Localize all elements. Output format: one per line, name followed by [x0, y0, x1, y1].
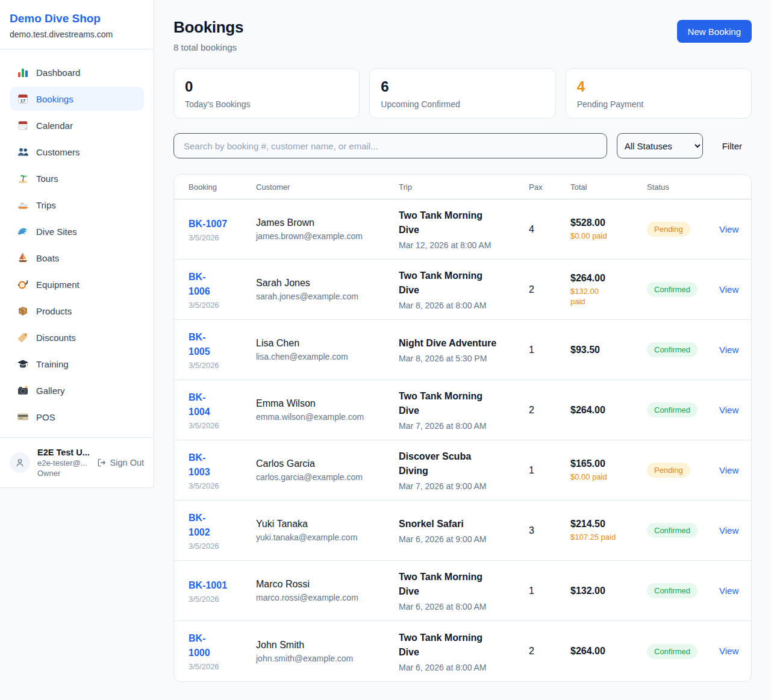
booking-ref-link[interactable]: BK-1000 [189, 631, 210, 660]
booking-ref-link[interactable]: BK-1003 [189, 451, 210, 480]
avatar [10, 452, 30, 473]
view-cell: View [705, 336, 751, 364]
view-link[interactable]: View [719, 525, 738, 536]
total-amount: $528.00 [570, 217, 632, 228]
view-cell: View [705, 457, 751, 484]
customer-email: james.brown@example.com [256, 231, 384, 241]
total-amount: $132.00 [570, 586, 632, 596]
trip-datetime: Mar 8, 2026 at 5:30 PM [399, 354, 514, 363]
trip-name: Discover ScubaDiving [399, 449, 514, 478]
sidebar-item-dive-sites[interactable]: Dive Sites [10, 219, 144, 243]
view-link[interactable]: View [719, 405, 738, 415]
island-icon [17, 172, 29, 184]
speedboat-icon [17, 199, 29, 211]
table-row: BK-1006 3/5/2026 Sarah Jones sarah.jones… [174, 260, 751, 320]
booking-cell: BK-1000 3/5/2026 [174, 623, 242, 680]
trip-datetime: Mar 6, 2026 at 8:00 AM [399, 602, 514, 611]
trip-cell: Two Tank MorningDive Mar 6, 2026 at 8:00… [384, 561, 514, 620]
sidebar-item-gallery[interactable]: Gallery [10, 378, 144, 402]
person-icon [14, 457, 25, 468]
status-cell: Pending [632, 454, 705, 486]
booking-ref-link[interactable]: BK-1004 [189, 390, 210, 419]
trip-name: Two Tank MorningDive [399, 631, 514, 660]
sidebar-item-tours[interactable]: Tours [10, 166, 144, 190]
customer-email: sarah.jones@example.com [256, 292, 384, 301]
stat-value: 6 [381, 79, 544, 95]
sidebar-item-label: Customers [36, 147, 80, 157]
booking-cell: BK-1005 3/5/2026 [174, 322, 242, 378]
pax-count: 2 [514, 396, 556, 424]
trip-name: Two Tank MorningDive [399, 570, 514, 599]
sidebar-item-boats[interactable]: Boats [10, 246, 144, 270]
total-amount: $93.50 [570, 345, 632, 355]
sidebar-item-products[interactable]: Products [10, 299, 144, 323]
sidebar-item-training[interactable]: Training [10, 352, 144, 376]
sidebar-item-label: Training [36, 359, 69, 369]
calendar-date-icon: 17 [17, 93, 29, 105]
pax-count: 1 [514, 336, 556, 364]
view-link[interactable]: View [719, 345, 738, 355]
view-cell: View [705, 637, 751, 665]
booking-cell: BK-1006 3/5/2026 [174, 261, 242, 318]
status-cell: Confirmed [632, 334, 705, 366]
sidebar-item-equipment[interactable]: Equipment [10, 272, 144, 296]
sidebar-item-dashboard[interactable]: Dashboard [10, 60, 144, 84]
sidebar-item-pos[interactable]: POS [10, 405, 144, 429]
sidebar-item-bookings[interactable]: 17 Bookings [10, 87, 144, 111]
status-cell: Confirmed [632, 394, 705, 426]
new-booking-button[interactable]: New Booking [677, 20, 752, 43]
status-badge: Confirmed [647, 523, 698, 538]
status-filter-select[interactable]: All Statuses [617, 133, 703, 158]
sidebar-item-discounts[interactable]: Discounts [10, 325, 144, 349]
view-cell: View [705, 276, 751, 304]
view-link[interactable]: View [719, 646, 738, 656]
customer-cell: Yuki Tanaka yuki.tanaka@example.com [242, 510, 384, 551]
booking-ref-link[interactable]: BK-1002 [189, 511, 210, 540]
tear-calendar-icon [17, 119, 29, 131]
customer-cell: John Smith john.smith@example.com [242, 631, 384, 672]
total-cell: $264.00 $132.00paid [556, 264, 632, 315]
paid-amount: $107.25 paid [570, 532, 632, 542]
total-cell: $93.50 [556, 336, 632, 364]
booking-ref-link[interactable]: BK-1005 [189, 330, 210, 359]
filter-button[interactable]: Filter [713, 141, 752, 151]
customer-cell: Sarah Jones sarah.jones@example.com [242, 269, 384, 310]
trip-cell: Two Tank MorningDive Mar 8, 2026 at 8:00… [384, 260, 514, 319]
status-badge: Pending [647, 463, 690, 478]
status-badge: Confirmed [647, 282, 698, 297]
view-link[interactable]: View [719, 284, 738, 295]
page-header: Bookings 8 total bookings New Booking [173, 18, 752, 52]
page-title: Bookings [173, 18, 243, 37]
total-cell: $264.00 [556, 396, 632, 424]
sidebar-item-calendar[interactable]: Calendar [10, 113, 144, 137]
booking-cell: BK-1007 3/5/2026 [174, 208, 242, 251]
sidebar-item-label: Products [36, 306, 72, 316]
booking-ref-link[interactable]: BK-1006 [189, 270, 210, 299]
sailboat-icon [17, 252, 29, 264]
filter-row: All Statuses Filter [173, 133, 752, 158]
paid-amount: $0.00 paid [570, 472, 632, 482]
view-cell: View [705, 517, 751, 545]
booking-ref-link[interactable]: BK-1007 [189, 217, 227, 231]
sidebar-item-trips[interactable]: Trips [10, 193, 144, 217]
pax-count: 1 [514, 457, 556, 484]
trip-cell: Discover ScubaDiving Mar 7, 2026 at 9:00… [384, 441, 514, 499]
status-badge: Confirmed [647, 402, 698, 417]
sign-out-button[interactable]: Sign Out [97, 458, 144, 467]
search-input[interactable] [173, 133, 607, 158]
customer-email: john.smith@example.com [256, 654, 384, 663]
sidebar-item-customers[interactable]: Customers [10, 140, 144, 164]
table-row: BK-1000 3/5/2026 John Smith john.smith@e… [174, 621, 751, 681]
sidebar-item-label: Dashboard [36, 67, 80, 78]
page-title-block: Bookings 8 total bookings [173, 18, 243, 52]
status-cell: Confirmed [632, 636, 705, 667]
customer-email: yuki.tanaka@example.com [256, 533, 384, 542]
view-link[interactable]: View [719, 465, 738, 475]
svg-text:17: 17 [20, 98, 25, 104]
booking-ref-link[interactable]: BK-1001 [189, 578, 227, 593]
total-amount: $264.00 [570, 273, 632, 284]
booking-date: 3/5/2026 [189, 361, 242, 370]
view-link[interactable]: View [719, 224, 738, 234]
booking-date: 3/5/2026 [189, 233, 242, 242]
view-link[interactable]: View [719, 586, 738, 596]
